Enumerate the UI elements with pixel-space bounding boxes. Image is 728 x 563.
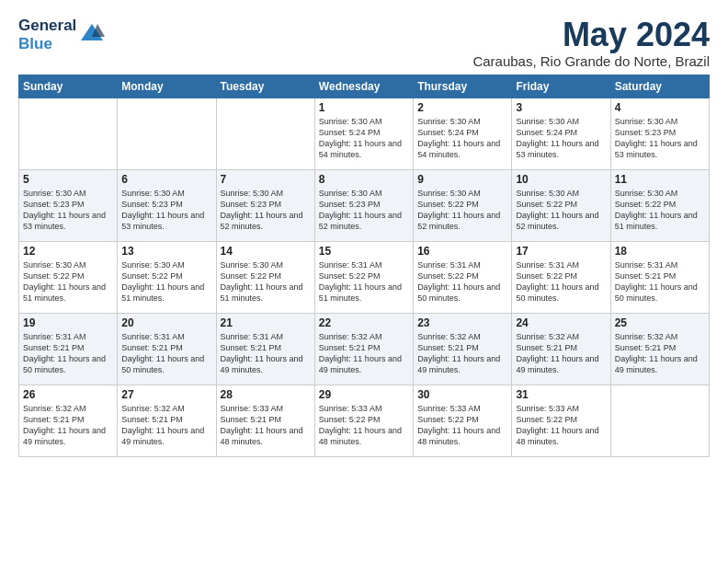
calendar-cell: 13Sunrise: 5:30 AMSunset: 5:22 PMDayligh… bbox=[118, 241, 216, 313]
calendar-week-row: 19Sunrise: 5:31 AMSunset: 5:21 PMDayligh… bbox=[19, 313, 710, 385]
cell-info: Sunrise: 5:30 AMSunset: 5:24 PMDaylight:… bbox=[319, 116, 409, 161]
day-number: 13 bbox=[121, 245, 211, 258]
calendar-cell bbox=[19, 98, 118, 169]
logo-general: General bbox=[18, 17, 76, 35]
calendar-cell bbox=[118, 98, 216, 169]
calendar-cell: 2Sunrise: 5:30 AMSunset: 5:24 PMDaylight… bbox=[414, 98, 512, 169]
calendar-cell: 1Sunrise: 5:30 AMSunset: 5:24 PMDaylight… bbox=[314, 98, 413, 169]
calendar-week-row: 12Sunrise: 5:30 AMSunset: 5:22 PMDayligh… bbox=[19, 241, 710, 313]
calendar-cell: 17Sunrise: 5:31 AMSunset: 5:22 PMDayligh… bbox=[512, 241, 610, 313]
logo-icon bbox=[79, 20, 105, 46]
day-number: 12 bbox=[23, 245, 113, 258]
cell-info: Sunrise: 5:32 AMSunset: 5:21 PMDaylight:… bbox=[615, 331, 705, 376]
calendar-cell: 3Sunrise: 5:30 AMSunset: 5:24 PMDaylight… bbox=[512, 98, 610, 169]
cell-info: Sunrise: 5:30 AMSunset: 5:22 PMDaylight:… bbox=[121, 259, 211, 304]
cell-info: Sunrise: 5:31 AMSunset: 5:22 PMDaylight:… bbox=[516, 259, 606, 304]
day-number: 19 bbox=[23, 316, 113, 329]
day-number: 10 bbox=[516, 173, 606, 186]
calendar-cell: 7Sunrise: 5:30 AMSunset: 5:23 PMDaylight… bbox=[216, 169, 314, 241]
weekday-header-friday: Friday bbox=[512, 75, 610, 98]
cell-info: Sunrise: 5:31 AMSunset: 5:21 PMDaylight:… bbox=[615, 259, 705, 304]
calendar-cell bbox=[216, 98, 314, 169]
cell-info: Sunrise: 5:31 AMSunset: 5:22 PMDaylight:… bbox=[319, 259, 409, 304]
cell-info: Sunrise: 5:30 AMSunset: 5:22 PMDaylight:… bbox=[516, 188, 606, 233]
calendar-cell: 25Sunrise: 5:32 AMSunset: 5:21 PMDayligh… bbox=[610, 313, 709, 385]
cell-info: Sunrise: 5:33 AMSunset: 5:22 PMDaylight:… bbox=[417, 403, 507, 448]
day-number: 24 bbox=[516, 316, 606, 329]
main-title: May 2024 bbox=[472, 17, 710, 53]
day-number: 18 bbox=[615, 245, 705, 258]
cell-info: Sunrise: 5:33 AMSunset: 5:21 PMDaylight:… bbox=[221, 403, 311, 448]
calendar-cell: 18Sunrise: 5:31 AMSunset: 5:21 PMDayligh… bbox=[610, 241, 709, 313]
day-number: 17 bbox=[516, 245, 606, 258]
calendar-cell: 27Sunrise: 5:32 AMSunset: 5:21 PMDayligh… bbox=[118, 385, 216, 456]
calendar-cell: 14Sunrise: 5:30 AMSunset: 5:22 PMDayligh… bbox=[216, 241, 314, 313]
calendar-cell: 8Sunrise: 5:30 AMSunset: 5:23 PMDaylight… bbox=[314, 169, 413, 241]
day-number: 15 bbox=[319, 245, 409, 258]
cell-info: Sunrise: 5:30 AMSunset: 5:22 PMDaylight:… bbox=[417, 188, 507, 233]
day-number: 2 bbox=[417, 101, 507, 114]
cell-info: Sunrise: 5:32 AMSunset: 5:21 PMDaylight:… bbox=[417, 331, 507, 376]
calendar-table: SundayMondayTuesdayWednesdayThursdayFrid… bbox=[18, 75, 710, 457]
calendar-cell: 11Sunrise: 5:30 AMSunset: 5:22 PMDayligh… bbox=[610, 169, 709, 241]
cell-info: Sunrise: 5:32 AMSunset: 5:21 PMDaylight:… bbox=[121, 403, 211, 448]
cell-info: Sunrise: 5:32 AMSunset: 5:21 PMDaylight:… bbox=[23, 403, 113, 448]
day-number: 9 bbox=[417, 173, 507, 186]
weekday-header-sunday: Sunday bbox=[19, 75, 118, 98]
cell-info: Sunrise: 5:30 AMSunset: 5:23 PMDaylight:… bbox=[121, 188, 211, 233]
cell-info: Sunrise: 5:31 AMSunset: 5:22 PMDaylight:… bbox=[417, 259, 507, 304]
day-number: 23 bbox=[417, 316, 507, 329]
calendar-cell: 16Sunrise: 5:31 AMSunset: 5:22 PMDayligh… bbox=[414, 241, 512, 313]
day-number: 16 bbox=[417, 245, 507, 258]
day-number: 31 bbox=[516, 388, 606, 401]
calendar-cell: 29Sunrise: 5:33 AMSunset: 5:22 PMDayligh… bbox=[314, 385, 413, 456]
day-number: 4 bbox=[615, 101, 705, 114]
title-section: May 2024 Caraubas, Rio Grande do Norte, … bbox=[472, 17, 710, 69]
cell-info: Sunrise: 5:30 AMSunset: 5:23 PMDaylight:… bbox=[221, 188, 311, 233]
weekday-header-tuesday: Tuesday bbox=[216, 75, 314, 98]
day-number: 7 bbox=[221, 173, 311, 186]
day-number: 14 bbox=[221, 245, 311, 258]
cell-info: Sunrise: 5:32 AMSunset: 5:21 PMDaylight:… bbox=[319, 331, 409, 376]
weekday-header-saturday: Saturday bbox=[610, 75, 709, 98]
header: General Blue May 2024 Caraubas, Rio Gran… bbox=[18, 17, 710, 69]
cell-info: Sunrise: 5:30 AMSunset: 5:22 PMDaylight:… bbox=[23, 259, 113, 304]
cell-info: Sunrise: 5:31 AMSunset: 5:21 PMDaylight:… bbox=[23, 331, 113, 376]
cell-info: Sunrise: 5:31 AMSunset: 5:21 PMDaylight:… bbox=[221, 331, 311, 376]
calendar-week-row: 26Sunrise: 5:32 AMSunset: 5:21 PMDayligh… bbox=[19, 385, 710, 456]
cell-info: Sunrise: 5:30 AMSunset: 5:22 PMDaylight:… bbox=[615, 188, 705, 233]
logo-text: General Blue bbox=[18, 17, 76, 52]
day-number: 30 bbox=[417, 388, 507, 401]
logo-blue: Blue bbox=[18, 35, 76, 53]
day-number: 20 bbox=[121, 316, 211, 329]
calendar-cell: 22Sunrise: 5:32 AMSunset: 5:21 PMDayligh… bbox=[314, 313, 413, 385]
calendar-cell: 5Sunrise: 5:30 AMSunset: 5:23 PMDaylight… bbox=[19, 169, 118, 241]
day-number: 27 bbox=[121, 388, 211, 401]
weekday-header-row: SundayMondayTuesdayWednesdayThursdayFrid… bbox=[19, 75, 710, 98]
calendar-cell: 12Sunrise: 5:30 AMSunset: 5:22 PMDayligh… bbox=[19, 241, 118, 313]
day-number: 1 bbox=[319, 101, 409, 114]
weekday-header-thursday: Thursday bbox=[414, 75, 512, 98]
calendar-cell: 6Sunrise: 5:30 AMSunset: 5:23 PMDaylight… bbox=[118, 169, 216, 241]
calendar-cell bbox=[610, 385, 709, 456]
page: General Blue May 2024 Caraubas, Rio Gran… bbox=[0, 0, 728, 563]
weekday-header-monday: Monday bbox=[118, 75, 216, 98]
calendar-cell: 21Sunrise: 5:31 AMSunset: 5:21 PMDayligh… bbox=[216, 313, 314, 385]
weekday-header-wednesday: Wednesday bbox=[314, 75, 413, 98]
cell-info: Sunrise: 5:33 AMSunset: 5:22 PMDaylight:… bbox=[516, 403, 606, 448]
day-number: 5 bbox=[23, 173, 113, 186]
day-number: 22 bbox=[319, 316, 409, 329]
day-number: 8 bbox=[319, 173, 409, 186]
cell-info: Sunrise: 5:30 AMSunset: 5:24 PMDaylight:… bbox=[516, 116, 606, 161]
calendar-cell: 9Sunrise: 5:30 AMSunset: 5:22 PMDaylight… bbox=[414, 169, 512, 241]
calendar-week-row: 1Sunrise: 5:30 AMSunset: 5:24 PMDaylight… bbox=[19, 98, 710, 169]
day-number: 3 bbox=[516, 101, 606, 114]
logo: General Blue bbox=[18, 17, 105, 52]
day-number: 25 bbox=[615, 316, 705, 329]
cell-info: Sunrise: 5:33 AMSunset: 5:22 PMDaylight:… bbox=[319, 403, 409, 448]
day-number: 6 bbox=[121, 173, 211, 186]
cell-info: Sunrise: 5:30 AMSunset: 5:23 PMDaylight:… bbox=[615, 116, 705, 161]
calendar-cell: 19Sunrise: 5:31 AMSunset: 5:21 PMDayligh… bbox=[19, 313, 118, 385]
cell-info: Sunrise: 5:30 AMSunset: 5:22 PMDaylight:… bbox=[221, 259, 311, 304]
calendar-cell: 24Sunrise: 5:32 AMSunset: 5:21 PMDayligh… bbox=[512, 313, 610, 385]
